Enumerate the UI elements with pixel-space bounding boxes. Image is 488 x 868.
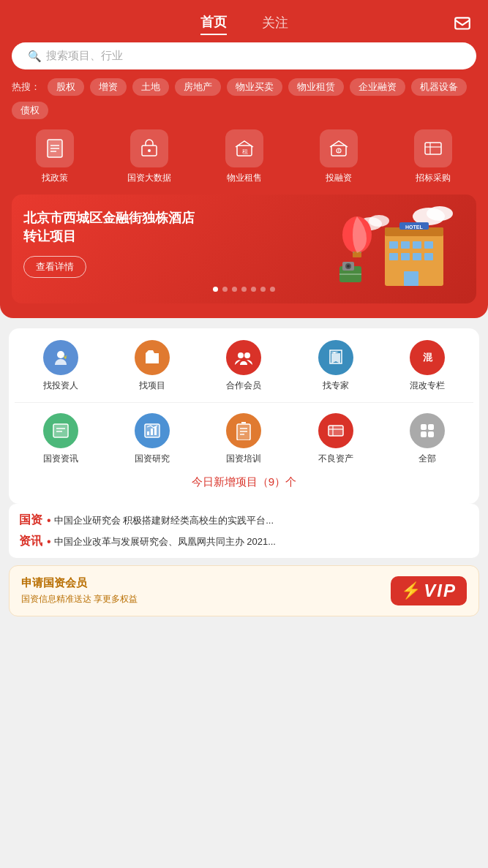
service-research[interactable]: 国资研究 [106, 413, 198, 465]
banner-title: 北京市西城区金融街独栋酒店转让项目 [23, 209, 199, 246]
nav-icon-policy[interactable]: 找政策 [7, 129, 102, 184]
svg-rect-24 [401, 241, 410, 249]
service-expert-label: 找专家 [323, 380, 349, 392]
dot-6 [270, 287, 275, 292]
member-icon [226, 340, 261, 375]
svg-text:¥: ¥ [63, 354, 67, 361]
service-research-label: 国资研究 [135, 453, 170, 465]
investor-icon: ¥ [43, 340, 78, 375]
svg-rect-63 [428, 431, 434, 437]
dot-5 [260, 287, 266, 292]
svg-rect-31 [404, 271, 418, 286]
policy-icon [36, 129, 74, 167]
svg-point-18 [369, 215, 389, 227]
news-card: 国资 • 中国企业研究会 积极搭建财经类高校生的实践平台... 资讯 • 中国企… [9, 504, 479, 558]
nav-icon-bid[interactable]: 招标采购 [386, 129, 481, 184]
svg-rect-23 [389, 241, 398, 249]
dot-2 [232, 287, 237, 292]
news-text-1[interactable]: 中国企业改革与发展研究会、凤凰网共同主办 2021... [54, 535, 276, 548]
service-reform[interactable]: 混 混改专栏 [382, 340, 473, 392]
reform-icon: 混 [410, 340, 445, 375]
bid-icon [414, 129, 452, 167]
svg-rect-51 [151, 429, 153, 435]
service-all[interactable]: 全部 [382, 413, 473, 465]
news-section: 国资 • 中国企业研究会 积极搭建财经类高校生的实践平台... 资讯 • 中国企… [9, 504, 479, 558]
service-project-label: 找项目 [139, 380, 165, 392]
vip-banner[interactable]: 申请国资会员 国资信息精准送达 享更多权益 ⚡ VIP [9, 565, 479, 616]
service-project[interactable]: 找项目 [106, 340, 198, 392]
dot-1 [222, 287, 228, 292]
svg-rect-53 [237, 424, 250, 440]
hot-tag-8[interactable]: 债权 [12, 102, 48, 119]
service-icons-row2: 国资资讯 国资研究 [15, 413, 473, 475]
tab-home[interactable]: 首页 [200, 13, 227, 35]
vip-badge: ⚡ VIP [391, 576, 467, 605]
service-icons-row1: ¥ 找投资人 找项目 [15, 340, 473, 402]
news-tag-guozi: 国资 [19, 513, 42, 528]
nav-label-rent: 物业租售 [227, 172, 262, 184]
nav-icon-data[interactable]: 国资大数据 [102, 129, 196, 184]
svg-rect-46 [53, 424, 68, 437]
service-news[interactable]: 国资资讯 [15, 413, 106, 465]
svg-rect-50 [147, 431, 149, 435]
svg-rect-57 [329, 426, 343, 436]
hot-tag-3[interactable]: 房地产 [175, 78, 221, 96]
dot-0 [213, 287, 218, 292]
svg-point-44 [238, 352, 244, 358]
nav-icon-rent[interactable]: 租 物业租售 [197, 129, 291, 184]
hot-search: 热搜： 股权 增资 土地 房地产 物业买卖 物业租赁 企业融资 机器设备 债权 [12, 78, 476, 119]
banner-illustration: HOTEL [323, 195, 469, 303]
news-tag-zixun: 资讯 [19, 534, 42, 549]
svg-point-16 [427, 206, 453, 221]
svg-rect-0 [455, 18, 470, 29]
vip-title: 申请国资会员 [21, 576, 138, 590]
dot-4 [251, 287, 256, 292]
nav-icon-invest[interactable]: 投融资 [291, 129, 386, 184]
hot-tag-2[interactable]: 土地 [132, 78, 169, 96]
train-icon [226, 413, 261, 448]
service-reform-label: 混改专栏 [410, 380, 445, 392]
hot-tag-5[interactable]: 物业租赁 [288, 78, 344, 96]
service-investor[interactable]: ¥ 找投资人 [15, 340, 106, 392]
expert-icon [318, 340, 353, 375]
hot-tag-4[interactable]: 物业买卖 [227, 78, 282, 96]
dot-3 [241, 287, 247, 292]
news-row-0: 国资 • 中国企业研究会 积极搭建财经类高校生的实践平台... [19, 513, 469, 528]
search-bar[interactable]: 🔍 搜索项目、行业 [12, 42, 476, 69]
svg-rect-27 [389, 253, 398, 260]
hot-tag-7[interactable]: 机器设备 [411, 78, 467, 96]
hot-tag-6[interactable]: 企业融资 [350, 78, 405, 96]
lightning-icon: ⚡ [401, 581, 421, 600]
vip-subtitle: 国资信息精准送达 享更多权益 [21, 593, 138, 605]
svg-text:HOTEL: HOTEL [405, 224, 423, 230]
search-icon: 🔍 [28, 50, 42, 63]
bad-asset-icon [318, 413, 353, 448]
bullet-0: • [47, 514, 51, 527]
hot-tag-1[interactable]: 增资 [90, 78, 127, 96]
divider [15, 402, 473, 403]
message-icon[interactable] [451, 13, 473, 35]
service-section: ¥ 找投资人 找项目 [9, 328, 479, 504]
banner-btn[interactable]: 查看详情 [23, 256, 86, 278]
nav-label-invest: 投融资 [326, 172, 352, 184]
service-member-label: 合作会员 [226, 380, 261, 392]
vip-left: 申请国资会员 国资信息精准送达 享更多权益 [21, 576, 138, 605]
svg-rect-12 [425, 143, 441, 154]
service-bad-asset[interactable]: 不良资产 [290, 413, 381, 465]
svg-rect-29 [413, 253, 421, 260]
service-bad-asset-label: 不良资产 [318, 453, 353, 465]
hot-search-label: 热搜： [12, 80, 40, 94]
hot-tag-0[interactable]: 股权 [48, 78, 84, 96]
service-all-label: 全部 [418, 453, 436, 465]
invest-icon [320, 129, 358, 167]
svg-point-45 [244, 352, 250, 358]
news-text-0[interactable]: 中国企业研究会 积极搭建财经类高校生的实践平台... [54, 514, 274, 527]
service-member[interactable]: 合作会员 [198, 340, 290, 392]
svg-rect-30 [424, 253, 433, 260]
svg-rect-60 [421, 424, 427, 430]
service-expert[interactable]: 找专家 [290, 340, 381, 392]
tab-follow[interactable]: 关注 [262, 14, 288, 34]
service-train[interactable]: 国资培训 [198, 413, 290, 465]
news-row-1: 资讯 • 中国企业改革与发展研究会、凤凰网共同主办 2021... [19, 534, 469, 549]
bullet-1: • [47, 535, 51, 548]
